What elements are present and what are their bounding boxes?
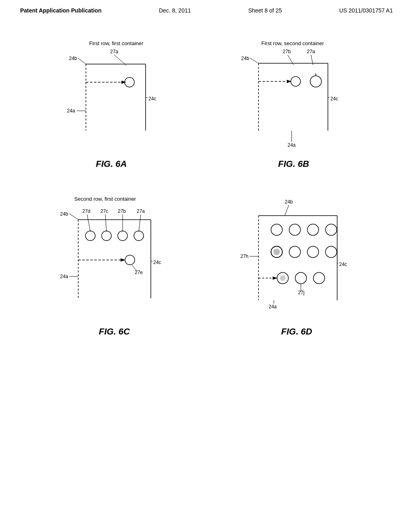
svg-point-74 <box>307 224 319 235</box>
svg-point-58 <box>125 255 135 265</box>
svg-text:First row, first container: First row, first container <box>89 40 144 46</box>
svg-line-44 <box>139 214 141 232</box>
svg-text:27h: 27h <box>240 254 248 259</box>
svg-text:24c: 24c <box>330 96 338 102</box>
fig6b-label: FIG. 6B <box>278 159 309 169</box>
svg-text:Second row, first container: Second row, first container <box>74 196 136 202</box>
svg-text:27j: 27j <box>298 290 305 295</box>
svg-text:27a: 27a <box>110 49 118 54</box>
svg-point-53 <box>102 231 111 241</box>
svg-line-40 <box>105 214 106 232</box>
svg-marker-13 <box>121 81 126 84</box>
fig6b-diagram: First row, second container 24b 27b 27a … <box>239 38 348 151</box>
header-sheet: Sheet 8 of 25 <box>248 7 282 14</box>
header-patent-number: US 2011/0301757 A1 <box>339 7 393 14</box>
svg-line-62 <box>285 205 289 216</box>
figure-6b: First row, second container 24b 27b 27a … <box>239 38 348 169</box>
fig6c-label: FIG. 6C <box>99 326 130 337</box>
svg-point-31 <box>291 77 300 86</box>
svg-text:27b: 27b <box>283 49 291 54</box>
svg-text:27c: 27c <box>100 208 108 214</box>
svg-text:27a: 27a <box>137 208 145 214</box>
svg-text:24c: 24c <box>339 262 347 267</box>
svg-point-79 <box>307 246 319 258</box>
svg-text:27a: 27a <box>307 49 315 54</box>
fig6d-diagram: 24b 27h 24c 24a <box>238 193 355 318</box>
svg-text:27e: 27e <box>135 270 143 275</box>
svg-line-4 <box>114 55 126 65</box>
fig6d-label: FIG. 6D <box>281 326 312 337</box>
svg-point-77 <box>273 249 280 255</box>
svg-text:24c: 24c <box>153 260 161 265</box>
svg-point-55 <box>134 231 144 241</box>
svg-point-80 <box>325 246 337 258</box>
page-header: Patent Application Publication Dec. 8, 2… <box>0 0 413 14</box>
svg-line-2 <box>78 58 86 64</box>
svg-point-72 <box>271 224 282 235</box>
header-date: Dec. 8, 2011 <box>159 7 191 14</box>
svg-text:24b: 24b <box>241 56 249 61</box>
figure-6c: Second row, first container 24b 27d 27c … <box>58 193 171 337</box>
svg-text:24c: 24c <box>148 96 156 102</box>
svg-point-54 <box>118 231 127 241</box>
fig6a-diagram: First row, first container 24b 27a 24c <box>65 38 158 151</box>
svg-point-86 <box>313 272 325 284</box>
svg-marker-57 <box>121 258 125 262</box>
svg-point-84 <box>280 275 286 281</box>
svg-text:27d: 27d <box>82 208 90 214</box>
svg-text:24a: 24a <box>288 142 296 148</box>
svg-point-52 <box>86 231 95 241</box>
svg-line-38 <box>87 214 90 232</box>
svg-text:24b: 24b <box>69 56 77 61</box>
svg-text:24a: 24a <box>60 274 68 279</box>
fig6a-label: FIG. 6A <box>96 159 127 169</box>
figure-6a: First row, first container 24b 27a 24c <box>65 38 158 169</box>
svg-text:24a: 24a <box>67 108 75 114</box>
svg-point-75 <box>325 224 337 235</box>
figures-row-1: First row, first container 24b 27a 24c <box>0 14 413 169</box>
svg-point-32 <box>310 76 321 87</box>
svg-text:24a: 24a <box>269 304 277 310</box>
svg-text:24b: 24b <box>60 211 68 217</box>
svg-line-36 <box>69 214 78 220</box>
figure-6d: 24b 27h 24c 24a <box>238 193 355 337</box>
svg-text:24b: 24b <box>285 199 293 205</box>
fig6c-diagram: Second row, first container 24b 27d 27c … <box>58 193 171 318</box>
svg-line-17 <box>250 58 259 63</box>
svg-text:27b: 27b <box>118 208 126 214</box>
svg-point-78 <box>289 246 300 258</box>
main-content: First row, first container 24b 27a 24c <box>0 14 413 522</box>
svg-point-85 <box>295 272 307 284</box>
header-publication-label: Patent Application Publication <box>20 7 102 14</box>
svg-text:First row, second container: First row, second container <box>261 40 324 46</box>
svg-point-73 <box>289 224 300 235</box>
figures-row-2: Second row, first container 24b 27d 27c … <box>0 169 413 337</box>
svg-marker-82 <box>273 276 277 280</box>
